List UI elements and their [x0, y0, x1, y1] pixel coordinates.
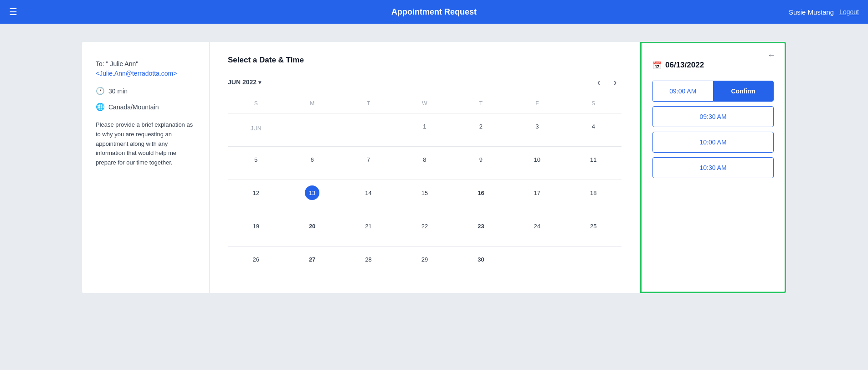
calendar-cell: 11 — [565, 147, 621, 180]
day-number[interactable]: 4 — [586, 119, 601, 134]
calendar-cell: 17 — [509, 180, 565, 213]
day-header-m: M — [284, 98, 340, 109]
calendar-cell — [565, 247, 621, 279]
app-header: Appointment Request Susie Mustang Logout — [0, 0, 868, 24]
calendar-cell: 27 — [284, 247, 340, 279]
day-number[interactable]: 7 — [361, 152, 376, 167]
arrow-left-icon — [767, 51, 776, 60]
selected-time-button[interactable]: 09:00 AM — [652, 81, 713, 102]
calendar-cell: 28 — [340, 247, 396, 279]
email-link[interactable]: <Julie.Ann@terradotta.com> — [96, 70, 177, 77]
day-number — [586, 252, 601, 267]
day-number[interactable]: 22 — [417, 219, 432, 233]
menu-icon[interactable] — [9, 6, 17, 17]
calendar-cell: 20 — [284, 213, 340, 246]
time-slot-button[interactable]: 10:00 AM — [652, 132, 774, 153]
day-number[interactable]: 25 — [586, 219, 601, 233]
calendar-cell — [509, 247, 565, 279]
day-number[interactable]: 21 — [361, 219, 376, 233]
day-number[interactable]: 2 — [473, 119, 488, 134]
day-number[interactable]: 3 — [530, 119, 544, 134]
time-panel: 06/13/2022 09:00 AMConfirm09:30 AM10:00 … — [640, 42, 786, 293]
day-number[interactable]: 15 — [417, 185, 432, 200]
calendar-cell: 6 — [284, 147, 340, 180]
day-number[interactable]: 27 — [305, 252, 319, 267]
calendar-cell: 30 — [453, 247, 509, 279]
day-number[interactable]: 17 — [530, 185, 544, 200]
chevron-right-icon — [614, 77, 617, 87]
calendar-cell: 18 — [565, 180, 621, 213]
next-month-button[interactable] — [609, 76, 621, 88]
description-text: Please provide a brief explanation as to… — [96, 120, 195, 168]
calendar-cell: 25 — [565, 213, 621, 246]
day-number[interactable]: 28 — [361, 252, 376, 267]
back-button[interactable] — [767, 51, 776, 60]
day-number[interactable]: 8 — [417, 152, 432, 167]
selected-date-text: 06/13/2022 — [665, 61, 704, 70]
calendar-cell: 21 — [340, 213, 396, 246]
day-number[interactable]: 30 — [473, 252, 488, 267]
time-slot-button[interactable]: 10:30 AM — [652, 157, 774, 178]
day-header-f: F — [509, 98, 565, 109]
time-slot-button[interactable]: 09:30 AM — [652, 106, 774, 127]
logout-button[interactable]: Logout — [839, 8, 859, 15]
day-header-s2: S — [565, 98, 621, 109]
day-header-t1: T — [340, 98, 396, 109]
day-headers: S M T W T F S — [228, 98, 621, 109]
calendar-cell: 24 — [509, 213, 565, 246]
day-number[interactable]: 11 — [586, 152, 601, 167]
calendar-cell — [284, 113, 340, 146]
calendar-panel: Select a Date & Time JUN 2022 S M T W — [210, 42, 640, 293]
calendar-cell: 9 — [453, 147, 509, 180]
day-header-t2: T — [453, 98, 509, 109]
selected-date-row: 06/13/2022 — [652, 61, 774, 70]
calendar-cell: 12 — [228, 180, 284, 213]
day-number[interactable]: 23 — [473, 219, 488, 233]
calendar-cell: 29 — [396, 247, 452, 279]
day-number[interactable]: 26 — [249, 252, 263, 267]
timezone-row: Canada/Mountain — [96, 103, 195, 111]
day-number[interactable]: 12 — [249, 185, 263, 200]
calendar-section-title: Select a Date & Time — [228, 56, 621, 65]
day-number — [361, 119, 376, 134]
calendar-grid: S M T W T F S JUN12345678910111213141516… — [228, 98, 621, 279]
prev-month-button[interactable] — [592, 76, 605, 88]
day-number[interactable]: 6 — [305, 152, 319, 167]
duration-label: 30 min — [108, 87, 128, 95]
day-number[interactable]: 10 — [530, 152, 544, 167]
day-number[interactable]: 24 — [530, 219, 544, 233]
calendar-cell: 22 — [396, 213, 452, 246]
month-chevron-down-icon — [258, 78, 261, 86]
day-number[interactable]: 5 — [249, 152, 263, 167]
calendar-weeks: JUN1234567891011121314151617181920212223… — [228, 113, 621, 279]
day-number[interactable]: 16 — [473, 185, 488, 200]
calendar-cell: 15 — [396, 180, 452, 213]
calendar-cell: 13 — [284, 180, 340, 213]
calendar-cell: 1 — [396, 113, 452, 146]
day-number[interactable]: 1 — [417, 119, 432, 134]
day-number[interactable]: 29 — [417, 252, 432, 267]
day-number[interactable]: 14 — [361, 185, 376, 200]
day-number[interactable]: 20 — [305, 219, 319, 233]
confirm-button[interactable]: Confirm — [713, 81, 774, 102]
calendar-cell: 26 — [228, 247, 284, 279]
chevron-left-icon — [597, 77, 601, 87]
day-number[interactable]: 9 — [473, 152, 488, 167]
calendar-cell: 16 — [453, 180, 509, 213]
calendar-nav: JUN 2022 — [228, 76, 621, 88]
day-number[interactable]: 13 — [305, 185, 319, 200]
calendar-cell: 4 — [565, 113, 621, 146]
day-number[interactable]: 19 — [249, 219, 263, 233]
calendar-week: 567891011 — [228, 146, 621, 180]
calendar-cell: 5 — [228, 147, 284, 180]
calendar-cell: 23 — [453, 213, 509, 246]
calendar-week: JUN1234 — [228, 113, 621, 146]
day-number[interactable]: 18 — [586, 185, 601, 200]
calendar-cell: JUN — [228, 113, 284, 146]
day-header-s1: S — [228, 98, 284, 109]
clock-icon — [96, 87, 105, 95]
calendar-cell: 19 — [228, 213, 284, 246]
calendar-nav-buttons — [592, 76, 621, 88]
to-label: To: " Julie Ann" — [96, 60, 195, 67]
month-label[interactable]: JUN 2022 — [228, 78, 261, 86]
